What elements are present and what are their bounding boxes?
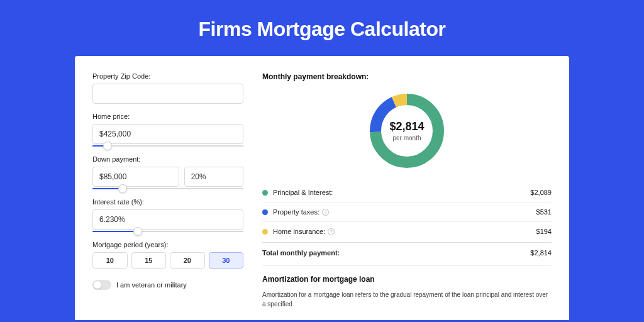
form-panel: Property Zip Code: Home price: Down paym… — [92, 72, 243, 320]
breakdown-row: Property taxes:?$531 — [262, 203, 552, 222]
breakdown-value: $531 — [536, 208, 552, 216]
zip-field: Property Zip Code: — [92, 72, 243, 104]
home-price-input[interactable] — [92, 124, 243, 144]
donut-chart: $2,814 per month — [366, 90, 448, 172]
down-payment-slider-thumb[interactable] — [118, 184, 127, 193]
breakdown-label: Property taxes:? — [273, 208, 536, 216]
period-option-30[interactable]: 30 — [209, 252, 244, 269]
calculator-card: Property Zip Code: Home price: Down paym… — [75, 56, 569, 320]
breakdown-value: $194 — [536, 228, 552, 235]
veteran-row: I am veteran or military — [92, 280, 243, 290]
breakdown-value: $2,089 — [530, 189, 552, 196]
down-payment-amount-input[interactable] — [92, 167, 179, 187]
zip-label: Property Zip Code: — [92, 72, 243, 80]
breakdown-heading: Monthly payment breakdown: — [262, 72, 552, 81]
down-payment-pct-input[interactable] — [184, 167, 243, 187]
veteran-toggle-knob — [94, 281, 101, 289]
period-options: 10152030 — [92, 252, 243, 269]
total-value: $2,814 — [530, 249, 552, 257]
interest-slider-fill — [92, 231, 138, 232]
breakdown-label: Principal & Interest: — [273, 189, 530, 196]
donut-amount: $2,814 — [389, 120, 424, 133]
amortization-heading: Amortization for mortgage loan — [262, 275, 552, 284]
interest-label: Interest rate (%): — [92, 198, 243, 206]
breakdown-row: Home insurance:?$194 — [262, 222, 552, 241]
period-option-10[interactable]: 10 — [92, 252, 128, 269]
down-payment-field: Down payment: — [92, 155, 243, 189]
amortization-section: Amortization for mortgage loan Amortizat… — [262, 265, 552, 309]
home-price-slider-thumb[interactable] — [103, 142, 112, 150]
donut-center: $2,814 per month — [366, 90, 448, 172]
period-label: Mortgage period (years): — [92, 241, 243, 248]
interest-input[interactable] — [92, 209, 243, 230]
total-row: Total monthly payment: $2,814 — [262, 242, 552, 265]
period-field: Mortgage period (years): 10152030 — [92, 241, 243, 269]
legend-dot-icon — [262, 190, 268, 196]
interest-slider[interactable] — [92, 231, 243, 232]
zip-input[interactable] — [92, 84, 243, 104]
breakdown-panel: Monthly payment breakdown: $2,814 per mo… — [262, 72, 552, 320]
home-price-label: Home price: — [92, 113, 243, 120]
down-payment-label: Down payment: — [92, 155, 243, 163]
legend-dot-icon — [262, 209, 268, 215]
interest-field: Interest rate (%): — [92, 198, 243, 232]
veteran-label: I am veteran or military — [116, 281, 187, 289]
donut-container: $2,814 per month — [262, 90, 552, 172]
total-label: Total monthly payment: — [262, 249, 530, 257]
period-option-20[interactable]: 20 — [170, 252, 205, 269]
breakdown-list: Principal & Interest:$2,089Property taxe… — [262, 183, 552, 241]
veteran-toggle[interactable] — [92, 280, 111, 290]
breakdown-row: Principal & Interest:$2,089 — [262, 183, 552, 203]
amortization-text: Amortization for a mortgage loan refers … — [262, 290, 552, 309]
info-icon[interactable]: ? — [322, 209, 329, 216]
info-icon[interactable]: ? — [328, 228, 335, 235]
home-price-field: Home price: — [92, 113, 243, 147]
page-title: Firms Mortgage Calculator — [0, 0, 644, 56]
down-payment-slider[interactable] — [92, 188, 243, 189]
donut-sub: per month — [392, 135, 421, 142]
legend-dot-icon — [262, 229, 268, 235]
interest-slider-thumb[interactable] — [133, 227, 142, 236]
period-option-15[interactable]: 15 — [131, 252, 167, 269]
home-price-slider[interactable] — [92, 145, 243, 147]
breakdown-label: Home insurance:? — [273, 228, 536, 235]
